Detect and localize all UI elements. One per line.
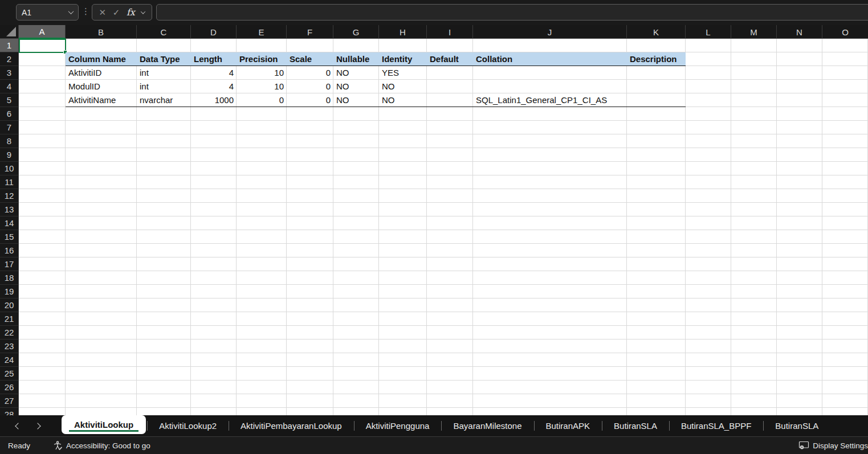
- column-header[interactable]: H: [379, 25, 427, 39]
- sheet-grid[interactable]: Column NameData TypeLengthPrecisionScale…: [19, 39, 868, 415]
- row-header[interactable]: 16: [0, 244, 18, 257]
- table-cell[interactable]: [427, 80, 473, 93]
- table-cell[interactable]: int: [137, 80, 191, 93]
- row-header[interactable]: 4: [0, 80, 18, 93]
- row-header[interactable]: 24: [0, 353, 18, 367]
- column-header[interactable]: I: [427, 25, 473, 39]
- formula-bar-input[interactable]: [156, 4, 868, 21]
- insert-function-icon[interactable]: fx: [127, 7, 135, 18]
- table-cell[interactable]: ModulID: [66, 80, 137, 93]
- row-header[interactable]: 17: [0, 257, 18, 271]
- row-header[interactable]: 3: [0, 66, 18, 80]
- table-cell[interactable]: nvarchar: [137, 93, 191, 107]
- table-cell[interactable]: 0: [287, 66, 333, 80]
- row-header[interactable]: 5: [0, 93, 18, 107]
- table-cell[interactable]: NO: [333, 80, 379, 93]
- enter-icon[interactable]: ✓: [113, 7, 120, 18]
- column-header[interactable]: L: [686, 25, 731, 39]
- table-cell[interactable]: YES: [379, 66, 427, 80]
- column-header[interactable]: B: [66, 25, 137, 39]
- row-header[interactable]: 13: [0, 203, 18, 216]
- sheet-tab[interactable]: ButiranSLA_BPPF: [669, 415, 763, 436]
- sheet-tab[interactable]: ButiranSLA: [602, 415, 669, 436]
- column-header[interactable]: K: [627, 25, 686, 39]
- row-header[interactable]: 6: [0, 107, 18, 121]
- row-header[interactable]: 26: [0, 381, 18, 394]
- table-cell[interactable]: 4: [191, 66, 237, 80]
- column-header[interactable]: M: [731, 25, 777, 39]
- sheet-tab[interactable]: AktivitiLookup2: [147, 415, 229, 436]
- table-cell[interactable]: SQL_Latin1_General_CP1_CI_AS: [473, 93, 627, 107]
- table-cell[interactable]: 10: [237, 80, 287, 93]
- cancel-icon[interactable]: ✕: [99, 7, 107, 18]
- table-header-cell[interactable]: Default: [427, 52, 473, 66]
- column-header[interactable]: F: [287, 25, 333, 39]
- table-cell[interactable]: [627, 93, 686, 107]
- table-cell[interactable]: [627, 66, 686, 80]
- table-cell[interactable]: 0: [287, 80, 333, 93]
- select-all-corner[interactable]: [0, 25, 19, 39]
- table-cell[interactable]: NO: [379, 93, 427, 107]
- table-header-cell[interactable]: Data Type: [137, 52, 191, 66]
- row-header[interactable]: 15: [0, 230, 18, 244]
- table-cell[interactable]: [427, 66, 473, 80]
- table-cell[interactable]: 1000: [191, 93, 237, 107]
- column-header[interactable]: G: [333, 25, 379, 39]
- sheet-tab[interactable]: AktivitiPembayaranLookup: [229, 415, 354, 436]
- row-header[interactable]: 8: [0, 134, 18, 148]
- table-cell[interactable]: [473, 80, 627, 93]
- row-header[interactable]: 22: [0, 326, 18, 340]
- table-cell[interactable]: NO: [379, 80, 427, 93]
- selected-cell-a1[interactable]: [19, 39, 66, 53]
- row-header[interactable]: 2: [0, 52, 18, 66]
- row-header[interactable]: 23: [0, 340, 18, 353]
- table-header-cell[interactable]: Collation: [473, 52, 627, 66]
- table-cell[interactable]: NO: [333, 93, 379, 107]
- row-header[interactable]: 19: [0, 285, 18, 298]
- column-header[interactable]: A: [19, 25, 66, 39]
- table-cell[interactable]: 10: [237, 66, 287, 80]
- table-cell[interactable]: AktivitiName: [66, 93, 137, 107]
- name-box[interactable]: A1: [16, 4, 79, 21]
- table-cell[interactable]: [427, 93, 473, 107]
- row-header[interactable]: 27: [0, 394, 18, 408]
- table-cell[interactable]: 4: [191, 80, 237, 93]
- table-header-cell[interactable]: Precision: [237, 52, 287, 66]
- sheet-tab-active[interactable]: AktivitiLookup: [62, 415, 146, 434]
- row-header[interactable]: 21: [0, 312, 18, 326]
- table-header-cell[interactable]: Identity: [379, 52, 427, 66]
- table-header-cell[interactable]: Scale: [287, 52, 333, 66]
- column-header[interactable]: O: [822, 25, 868, 39]
- table-cell[interactable]: AktivitiID: [66, 66, 137, 80]
- table-cell[interactable]: [627, 80, 686, 93]
- row-header[interactable]: 1: [0, 39, 18, 52]
- row-header[interactable]: 25: [0, 367, 18, 381]
- column-header[interactable]: N: [777, 25, 822, 39]
- accessibility-status[interactable]: Accessibility: Good to go: [53, 441, 150, 451]
- column-header[interactable]: J: [473, 25, 627, 39]
- column-header[interactable]: E: [237, 25, 287, 39]
- row-header[interactable]: 20: [0, 298, 18, 312]
- table-cell[interactable]: 0: [287, 93, 333, 107]
- table-header-cell[interactable]: Description: [627, 52, 686, 66]
- row-header[interactable]: 11: [0, 175, 18, 189]
- table-cell[interactable]: [473, 66, 627, 80]
- prev-sheet-icon[interactable]: [15, 423, 21, 429]
- row-header[interactable]: 28: [0, 408, 18, 415]
- display-settings[interactable]: Display Settings: [798, 441, 868, 450]
- next-sheet-icon[interactable]: [34, 423, 40, 429]
- row-header[interactable]: 10: [0, 162, 18, 175]
- name-box-dropdown-icon[interactable]: [68, 9, 74, 14]
- sheet-tab[interactable]: BayaranMilestone: [441, 415, 533, 436]
- row-header[interactable]: 18: [0, 271, 18, 285]
- row-header[interactable]: 9: [0, 148, 18, 162]
- sheet-tab[interactable]: ButiranAPK: [534, 415, 602, 436]
- table-header-cell[interactable]: Column Name: [66, 52, 137, 66]
- row-header[interactable]: 14: [0, 216, 18, 230]
- row-header[interactable]: 7: [0, 121, 18, 134]
- row-header[interactable]: 12: [0, 189, 18, 203]
- table-header-cell[interactable]: Nullable: [333, 52, 379, 66]
- table-header-cell[interactable]: Length: [191, 52, 237, 66]
- column-header[interactable]: C: [137, 25, 191, 39]
- table-cell[interactable]: 0: [237, 93, 287, 107]
